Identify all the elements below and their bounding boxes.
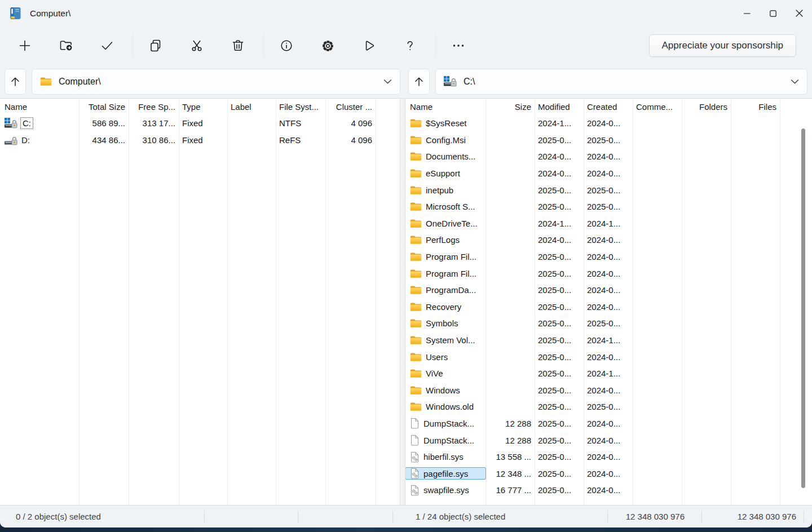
column-gridline[interactable] — [129, 99, 129, 505]
left-path-text: Computer\ — [59, 77, 101, 87]
column-header-folders[interactable]: Folders — [682, 102, 731, 112]
file-name-cell[interactable]: Config.Msi — [405, 135, 486, 145]
table-row[interactable]: hiberfil.sys13 558 ...2025-0...2024-0... — [405, 449, 812, 466]
file-name-cell[interactable]: swapfile.sys — [405, 485, 486, 496]
file-name-cell[interactable]: Microsoft S... — [405, 202, 486, 211]
column-gridline[interactable] — [376, 99, 376, 505]
table-row[interactable]: Program Fil...2025-0...2024-0... — [405, 249, 812, 265]
table-row[interactable]: pagefile.sys12 348 ...2025-0...2024-0... — [405, 465, 812, 482]
column-gridline[interactable] — [79, 99, 80, 505]
file-name-cell[interactable]: DumpStack... — [405, 435, 486, 446]
table-row[interactable]: Recovery2025-0...2024-0... — [405, 299, 812, 316]
column-header-label[interactable]: Label — [227, 102, 276, 112]
file-name-cell[interactable]: pagefile.sys — [405, 468, 486, 479]
column-gridline[interactable] — [276, 99, 276, 505]
file-name-cell[interactable]: OneDriveTe... — [405, 219, 486, 228]
file-name-cell[interactable]: Symbols — [405, 318, 486, 328]
table-row[interactable]: Config.Msi2025-0...2025-0... — [405, 132, 812, 149]
close-button[interactable] — [786, 0, 812, 26]
left-path-combobox[interactable]: Computer\ — [32, 69, 400, 95]
column-header-cluster[interactable]: Cluster ... — [325, 102, 376, 112]
file-name-cell[interactable]: Program Fil... — [405, 252, 486, 261]
pane-splitter[interactable] — [400, 99, 405, 505]
chevron-down-icon[interactable] — [791, 79, 799, 85]
cut-button[interactable] — [183, 32, 210, 59]
table-row[interactable]: Documents...2024-0...2024-0... — [405, 148, 812, 165]
column-header-created[interactable]: Created — [584, 102, 633, 112]
column-header-name[interactable]: Name — [0, 102, 79, 112]
file-name-cell[interactable]: Users — [405, 352, 486, 362]
help-button[interactable] — [396, 32, 423, 59]
cell-modified: 2025-0... — [535, 402, 584, 411]
status-divider — [804, 511, 804, 522]
table-row[interactable]: eSupport2024-0...2024-0... — [405, 165, 812, 182]
right-path-combobox[interactable]: C:\ — [435, 69, 807, 95]
file-name-cell[interactable]: Program Fil... — [405, 269, 486, 278]
table-row[interactable]: swapfile.sys16 777 ...2025-0...2024-0... — [405, 482, 812, 499]
file-name-cell[interactable]: Windows.old — [405, 402, 486, 411]
minimize-button[interactable] — [734, 0, 760, 26]
file-name-cell[interactable]: Windows — [405, 385, 486, 395]
table-row[interactable]: DumpStack...12 2882025-0...2024-0... — [405, 415, 812, 432]
file-name-label: DumpStack... — [423, 419, 474, 428]
column-header-comment[interactable]: Comme... — [633, 102, 682, 112]
file-name-cell[interactable]: eSupport — [405, 169, 486, 178]
column-header-name[interactable]: Name — [405, 102, 486, 112]
info-button[interactable] — [273, 32, 300, 59]
sponsor-button[interactable]: Appreciate your sponsorship — [649, 34, 796, 57]
settings-button[interactable] — [314, 32, 341, 59]
file-name-cell[interactable]: inetpub — [405, 185, 486, 195]
maximize-button[interactable] — [760, 0, 786, 26]
column-header-type[interactable]: Type — [179, 102, 227, 112]
column-gridline[interactable] — [227, 99, 228, 505]
chevron-down-icon[interactable] — [383, 79, 392, 85]
column-header-files[interactable]: Files — [731, 102, 780, 112]
table-row[interactable]: Symbols2025-0...2025-0... — [405, 315, 812, 332]
file-name-cell[interactable]: hiberfil.sys — [405, 451, 486, 463]
table-row[interactable]: Program Fil...2025-0...2024-0... — [405, 265, 812, 282]
file-name-cell[interactable]: PerfLogs — [405, 235, 486, 245]
select-button[interactable] — [94, 32, 121, 59]
file-name-cell[interactable]: System Vol... — [405, 335, 486, 345]
file-name-label: Documents... — [426, 152, 475, 161]
file-name-cell[interactable]: ProgramDa... — [405, 285, 486, 295]
run-button[interactable] — [355, 32, 382, 59]
file-name-cell[interactable]: ViVe — [405, 369, 486, 378]
table-row[interactable]: D:434 86...310 86...FixedReFS4 096 — [0, 132, 400, 149]
column-header-total-size[interactable]: Total Size — [79, 102, 129, 112]
file-name-cell[interactable]: DumpStack... — [405, 418, 486, 429]
column-header-size[interactable]: Size — [486, 102, 535, 112]
table-row[interactable]: ProgramDa...2025-0...2024-0... — [405, 282, 812, 299]
right-up-button[interactable] — [408, 69, 430, 95]
column-gridline[interactable] — [179, 99, 179, 505]
more-button[interactable] — [445, 32, 472, 59]
file-name-cell[interactable]: D: — [0, 135, 79, 145]
table-row[interactable]: Microsoft S...2025-0...2025-0... — [405, 198, 812, 215]
table-row[interactable]: System Vol...2025-0...2024-1... — [405, 332, 812, 349]
column-header-file-system[interactable]: File Syst... — [276, 102, 325, 112]
table-row[interactable]: ViVe2025-0...2024-1... — [405, 365, 812, 382]
copy-button[interactable] — [142, 32, 169, 59]
file-name-cell[interactable]: Documents... — [405, 152, 486, 161]
table-row[interactable]: DumpStack...12 2882025-0...2024-0... — [405, 432, 812, 449]
table-row[interactable]: Windows.old2025-0...2025-0... — [405, 398, 812, 415]
new-item-button[interactable] — [11, 32, 38, 59]
file-name-cell[interactable]: Recovery — [405, 302, 486, 312]
table-row[interactable]: PerfLogs2024-0...2024-0... — [405, 232, 812, 249]
table-row[interactable]: Windows2025-0...2024-0... — [405, 382, 812, 399]
table-row[interactable]: inetpub2025-0...2025-0... — [405, 181, 812, 198]
column-header-modified[interactable]: Modified — [535, 102, 584, 112]
go-to-folder-button[interactable] — [52, 32, 80, 59]
table-row[interactable]: C:586 89...313 17...FixedNTFS4 096 — [0, 115, 400, 132]
delete-button[interactable] — [224, 32, 251, 59]
table-row[interactable]: Users2025-0...2024-0... — [405, 348, 812, 365]
table-row[interactable]: $SysReset2024-1...2024-0... — [405, 115, 812, 132]
vertical-scrollbar[interactable] — [801, 128, 805, 488]
column-header-free-space[interactable]: Free Sp... — [129, 102, 179, 112]
table-row[interactable]: OneDriveTe...2024-1...2024-1... — [405, 215, 812, 232]
file-name-label: $SysReset — [426, 118, 467, 128]
file-name-cell[interactable]: C: — [0, 118, 79, 128]
left-up-button[interactable] — [5, 69, 26, 95]
file-name-cell[interactable]: $SysReset — [405, 118, 486, 128]
column-gridline[interactable] — [325, 99, 326, 505]
